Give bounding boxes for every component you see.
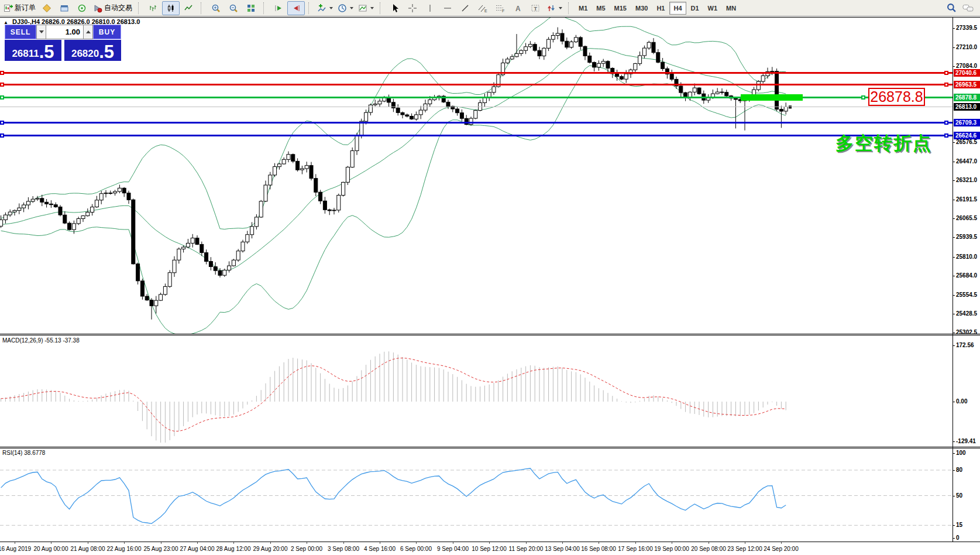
chart-shift-icon [291,4,301,13]
line-handle[interactable] [944,71,948,75]
time-axis-tick [489,542,490,544]
line-handle[interactable] [0,121,4,125]
timeframe-m15-button[interactable]: M15 [610,2,631,15]
spin-up-icon [86,30,91,33]
periods-button[interactable] [335,1,356,15]
level-price-label: 26709.3 [954,119,980,126]
timeframe-mn-button[interactable]: MN [722,2,740,15]
time-axis-label: 29 Aug 20:00 [253,546,288,552]
rsi-axis-tick [953,496,955,496]
line-handle[interactable] [0,95,4,100]
clock-icon [338,4,347,13]
chart-top-border [0,17,980,18]
cursor-tool-button[interactable] [386,1,404,15]
price-axis-tick-label: 26321.0 [956,177,977,184]
volume-increase-button[interactable] [83,25,93,39]
turning-point-annotation[interactable]: 多空转折点 [835,131,932,156]
search-icon[interactable] [947,3,957,13]
indicators-button[interactable] [315,1,335,15]
zoom-in-button[interactable] [207,1,225,15]
timeframe-h1-button[interactable]: H1 [652,2,669,15]
crosshair-tool-button[interactable] [404,1,421,15]
bar-chart-button[interactable] [145,1,162,15]
dropdown-caret-icon [559,7,562,9]
text-tool-button[interactable]: A [509,1,527,15]
metaeditor-button[interactable] [38,1,56,15]
line-handle[interactable] [0,83,4,87]
profiles-button[interactable] [56,1,73,15]
price-axis-tick-label: 26447.0 [956,158,977,165]
timeframe-m30-button[interactable]: M30 [631,2,652,15]
buy-price-display[interactable]: 26820.5 [64,40,121,61]
sell-price-display[interactable]: 26811.5 [5,40,61,61]
level-price-label: 26624.6 [954,132,980,139]
chart-shift-button[interactable] [287,1,305,15]
tile-windows-button[interactable] [242,1,260,15]
text-label-tool-button[interactable]: T [527,1,544,15]
sell-price-main: 26811 [12,48,39,60]
equidistant-channel-tool-button[interactable]: E [474,1,491,15]
buy-button[interactable]: BUY [93,25,121,39]
arrows-tool-button[interactable] [544,1,565,15]
auto-trading-icon [93,4,102,13]
line-handle[interactable] [944,121,948,125]
timeframe-m5-button[interactable]: M5 [592,2,609,15]
pivot-highlight-rectangle[interactable] [741,94,803,101]
rsi-pane[interactable] [0,448,953,542]
price-callout-box[interactable]: 26878.8 [868,88,925,106]
rsi-axis-tick [953,470,955,471]
zoom-out-button[interactable] [225,1,242,15]
support-line[interactable] [0,135,953,136]
new-order-button[interactable]: 新订单 [1,1,38,15]
pane-separator[interactable] [0,334,980,334]
signals-button[interactable] [73,1,91,15]
time-axis-label: 21 Aug 08:00 [71,546,105,552]
volume-input[interactable]: 1.00 [46,25,83,39]
toolbar-separator [138,2,142,14]
price-axis-tick-label: 25810.0 [956,253,977,261]
timeframe-w1-button[interactable]: W1 [704,2,722,15]
chat-icon[interactable] [962,4,974,13]
dropdown-caret-icon [329,7,333,9]
trendline-tool-button[interactable] [456,1,474,15]
resistance-line[interactable] [0,72,953,74]
vertical-line-tool-button[interactable] [421,1,439,15]
templates-button[interactable] [356,1,376,15]
time-axis-label: 9 Sep 04:00 [437,546,469,552]
toolbar: 新订单 自动交易 [0,0,980,16]
chart-area[interactable]: 27339.527210.027084.026576.526447.026321… [0,16,980,555]
price-axis-tick [953,162,955,162]
line-chart-button[interactable] [180,1,197,15]
line-handle[interactable] [861,95,865,100]
horizontal-line-tool-button[interactable] [439,1,456,15]
line-handle[interactable] [944,83,948,87]
resistance-line[interactable] [0,84,953,85]
line-handle[interactable] [0,133,4,138]
main-price-pane[interactable] [0,18,953,334]
auto-scroll-button[interactable] [270,1,287,15]
sell-button[interactable]: SELL [5,25,36,39]
pane-separator[interactable] [0,448,980,448]
time-axis-tick [88,542,88,544]
time-axis-tick [380,542,380,544]
auto-trading-button[interactable]: 自动交易 [91,1,135,15]
price-axis-tick [953,47,955,48]
timeframe-m1-button[interactable]: M1 [575,2,592,15]
timeframe-h4-button[interactable]: H4 [669,2,686,15]
pane-separator[interactable] [0,447,980,447]
price-axis-tick [953,333,955,333]
support-line[interactable] [0,122,953,124]
macd-pane[interactable] [0,336,953,446]
line-handle[interactable] [0,71,4,75]
pane-separator[interactable] [0,335,980,335]
line-handle[interactable] [944,133,948,138]
pivot-line[interactable] [0,97,953,98]
volume-decrease-button[interactable] [36,25,46,39]
timeframe-d1-button[interactable]: D1 [687,2,703,15]
time-axis-tick [15,542,15,544]
candlestick-chart-button[interactable] [162,1,180,15]
time-axis-label: 6 Sep 00:00 [400,546,432,552]
svg-text:E: E [484,8,487,12]
fibonacci-tool-button[interactable]: F [491,1,509,15]
price-axis-tick [953,200,955,200]
